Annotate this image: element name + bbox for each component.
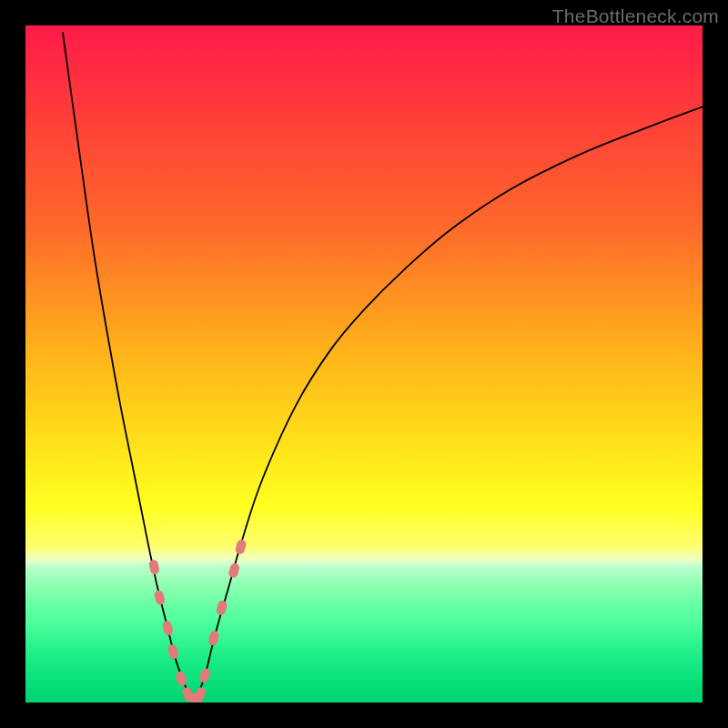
watermark-text: TheBottleneck.com: [552, 5, 719, 27]
data-marker: [207, 630, 220, 646]
data-marker: [167, 643, 179, 660]
data-markers: [148, 539, 248, 703]
data-marker: [228, 562, 240, 579]
data-marker: [175, 671, 188, 687]
plot-area: [25, 25, 703, 703]
curve-left: [63, 32, 195, 703]
data-marker: [148, 559, 160, 575]
curve-right: [195, 106, 703, 703]
data-marker: [216, 600, 228, 616]
chart-frame: TheBottleneck.com: [0, 0, 728, 728]
data-marker: [235, 539, 248, 555]
data-marker: [161, 620, 174, 636]
data-marker: [198, 667, 212, 683]
chart-svg: [25, 25, 703, 703]
data-marker: [154, 590, 167, 606]
